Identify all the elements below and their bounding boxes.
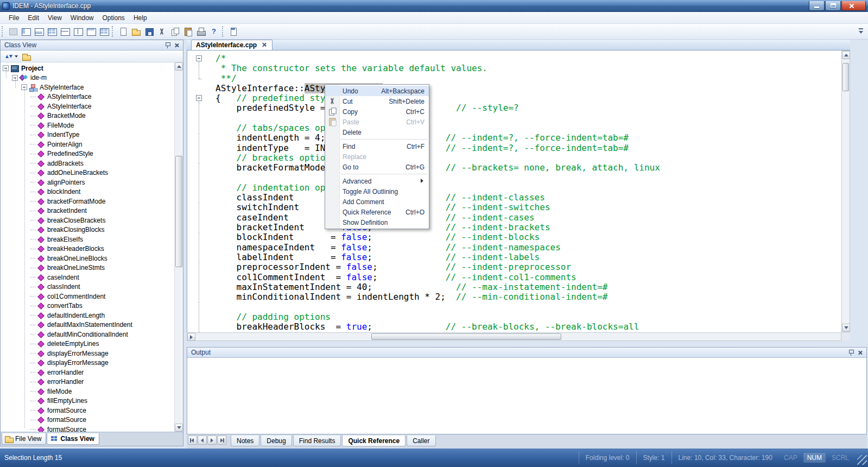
- tree-item[interactable]: fileMode: [1, 387, 174, 396]
- code-line[interactable]: * The constructor sets the variable defa…: [187, 64, 841, 73]
- tree-item[interactable]: addOneLineBrackets: [1, 168, 174, 178]
- pane-grid-button[interactable]: [45, 26, 58, 38]
- print-button[interactable]: [194, 26, 207, 38]
- tree-item[interactable]: col1CommentIndent: [1, 292, 174, 301]
- tree-item[interactable]: defaultMinConditionalIndent: [1, 330, 174, 339]
- code-line[interactable]: **/: [187, 74, 841, 84]
- tree-item[interactable]: convertTabs: [1, 301, 174, 311]
- scrollbar-thumb[interactable]: [371, 333, 561, 340]
- scroll-up-button[interactable]: [175, 62, 183, 71]
- context-menu-item-advanced[interactable]: Advanced: [325, 176, 429, 186]
- context-menu-item-show-definition[interactable]: Show Definition: [325, 217, 429, 228]
- code-line[interactable]: bracketIndent = false; // --indent-brack…: [187, 223, 841, 232]
- group-by-folder-button[interactable]: [20, 50, 33, 62]
- tree-item[interactable]: breakOneLineBlocks: [1, 254, 174, 263]
- context-menu-item-delete[interactable]: Delete: [325, 127, 429, 137]
- menu-item-window[interactable]: Window: [66, 12, 98, 23]
- code-line[interactable]: caseIndent = false; // --indent-cases: [187, 213, 841, 223]
- copy-button[interactable]: [168, 26, 181, 38]
- tile-windows-button[interactable]: [97, 26, 110, 38]
- new-file-button[interactable]: [116, 26, 129, 38]
- fold-collapse-icon[interactable]: [196, 55, 202, 61]
- pin-icon[interactable]: [164, 42, 172, 49]
- tree-vertical-scrollbar[interactable]: [174, 62, 183, 432]
- code-area[interactable]: /* * The constructor sets the variable d…: [187, 51, 841, 332]
- toolbar-grip[interactable]: [222, 26, 225, 37]
- code-line[interactable]: switchIndent = false; // --indent-switch…: [187, 203, 841, 212]
- scroll-down-button[interactable]: [842, 324, 850, 332]
- context-menu-item-cut[interactable]: CutShift+Delete: [325, 96, 429, 106]
- tab-nav-next-button[interactable]: [207, 436, 217, 445]
- toolbar-grip[interactable]: [2, 26, 4, 37]
- paste-button[interactable]: [181, 26, 194, 38]
- pane-bottom-button[interactable]: [32, 26, 45, 38]
- tree-item[interactable]: ide-m: [1, 73, 174, 83]
- code-line[interactable]: bracketFormatMode = BRACKETS_NONE; // --…: [187, 163, 841, 173]
- tab-caller[interactable]: Caller: [407, 436, 435, 446]
- code-line[interactable]: AStyleInterface::AStyleInterface(): [187, 84, 841, 93]
- tab-debug[interactable]: Debug: [261, 436, 292, 446]
- code-line[interactable]: // indentation options: [187, 183, 841, 193]
- sort-members-button[interactable]: [2, 50, 20, 62]
- split-vertical-button[interactable]: [71, 26, 84, 38]
- tree-item[interactable]: BracketMode: [1, 111, 174, 121]
- tree-item[interactable]: displayErrorMessage: [1, 358, 174, 368]
- maximize-button[interactable]: [825, 1, 841, 11]
- tree-item[interactable]: PointerAlign: [1, 140, 174, 149]
- tree-item[interactable]: formatSource: [1, 406, 174, 415]
- new-window-button[interactable]: [226, 26, 239, 38]
- code-line[interactable]: col1CommentIndent = false; // --indent-c…: [187, 273, 841, 282]
- context-menu-item-go-to[interactable]: Go toCtrl+G: [325, 162, 429, 172]
- tab-quick-reference[interactable]: Quick Reference: [342, 436, 406, 446]
- code-line[interactable]: // brackets options: [187, 153, 841, 163]
- scrollbar-thumb[interactable]: [842, 63, 849, 91]
- open-file-button[interactable]: [129, 26, 142, 38]
- tab-find-results[interactable]: Find Results: [293, 436, 341, 446]
- context-menu-item-quick-reference[interactable]: Quick ReferenceCtrl+O: [325, 207, 429, 217]
- code-line[interactable]: predefinedStyle = STYLE_NONE; // --style…: [187, 103, 841, 113]
- close-panel-icon[interactable]: [857, 349, 864, 356]
- context-menu-item-toggle-all-outlining[interactable]: Toggle All Outlining: [325, 186, 429, 197]
- tree-item[interactable]: PredefinedStyle: [1, 149, 174, 159]
- tree-item[interactable]: breakClosingBlocks: [1, 225, 174, 235]
- toolbar-grip[interactable]: [112, 26, 115, 37]
- menu-item-file[interactable]: File: [4, 12, 23, 23]
- tree-item[interactable]: formatSource: [1, 415, 174, 425]
- code-line[interactable]: [187, 302, 841, 312]
- scroll-down-button[interactable]: [175, 424, 183, 432]
- tree-item[interactable]: breakHeaderBlocks: [1, 244, 174, 254]
- code-line[interactable]: indentLength = 4; // --indent=?, --force…: [187, 133, 841, 143]
- tree-item[interactable]: bracketIndent: [1, 206, 174, 216]
- editor-horizontal-scrollbar[interactable]: [187, 332, 841, 341]
- code-line[interactable]: // tabs/spaces options: [187, 123, 841, 133]
- toolbar-overflow-chevron-icon[interactable]: [857, 26, 865, 37]
- save-file-button[interactable]: [142, 26, 155, 38]
- help-button[interactable]: [207, 26, 220, 38]
- tree-item[interactable]: deleteEmptyLines: [1, 339, 174, 349]
- tab-nav-first-button[interactable]: [188, 436, 197, 445]
- tree-item[interactable]: classIndent: [1, 282, 174, 292]
- tree-item[interactable]: defaultIndentLength: [1, 311, 174, 320]
- code-line[interactable]: minConditionalIndent = indentLength * 2;…: [187, 292, 841, 302]
- code-line[interactable]: preprocessorIndent = false; // --indent-…: [187, 262, 841, 272]
- resize-grip[interactable]: [857, 455, 867, 465]
- pane-left-button[interactable]: [19, 26, 32, 38]
- context-menu-item-copy[interactable]: CopyCtrl+C: [325, 106, 429, 117]
- code-line[interactable]: namespaceIndent = false; // --indent-nam…: [187, 243, 841, 253]
- scroll-up-button[interactable]: [842, 51, 850, 59]
- tree-item[interactable]: breakOneLineStmts: [1, 263, 174, 273]
- tree-item[interactable]: FileMode: [1, 121, 174, 130]
- close-panel-icon[interactable]: [173, 42, 181, 49]
- tree-item[interactable]: fillEmptyLines: [1, 396, 174, 406]
- minimize-button[interactable]: [809, 1, 825, 11]
- scrollbar-thumb[interactable]: [175, 156, 182, 267]
- close-button[interactable]: [841, 1, 866, 11]
- context-menu-item-paste[interactable]: PasteCtrl+V: [325, 117, 429, 127]
- scroll-right-button[interactable]: [187, 333, 195, 341]
- tree-item[interactable]: AStyleInterface: [1, 92, 174, 102]
- code-line[interactable]: /*: [187, 54, 841, 64]
- tree-item[interactable]: AStyleInterface: [1, 83, 174, 92]
- tree-item[interactable]: breakElseIfs: [1, 235, 174, 244]
- context-menu-item-add-comment[interactable]: Add Comment: [325, 197, 429, 207]
- code-line[interactable]: classIndent = false; // --indent-classes: [187, 193, 841, 203]
